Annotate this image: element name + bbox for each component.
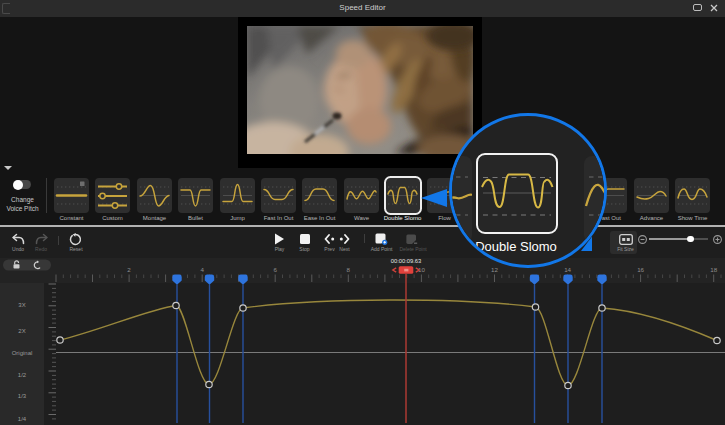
svg-text:3X: 3X xyxy=(18,302,25,308)
svg-text:12: 12 xyxy=(491,266,498,273)
svg-text:2X: 2X xyxy=(18,328,25,334)
svg-text:8: 8 xyxy=(347,266,351,273)
svg-text:1/4: 1/4 xyxy=(18,416,27,422)
svg-text:4: 4 xyxy=(200,266,204,273)
svg-text:Original: Original xyxy=(12,350,33,356)
svg-text:1/2: 1/2 xyxy=(18,372,27,378)
svg-text:2: 2 xyxy=(127,266,131,273)
svg-text:00:00:09.63: 00:00:09.63 xyxy=(391,258,422,264)
svg-text:6: 6 xyxy=(273,266,277,273)
svg-text:14: 14 xyxy=(564,266,571,273)
svg-text:18: 18 xyxy=(710,266,717,273)
svg-text:1/3: 1/3 xyxy=(18,393,27,399)
svg-text:16: 16 xyxy=(637,266,644,273)
